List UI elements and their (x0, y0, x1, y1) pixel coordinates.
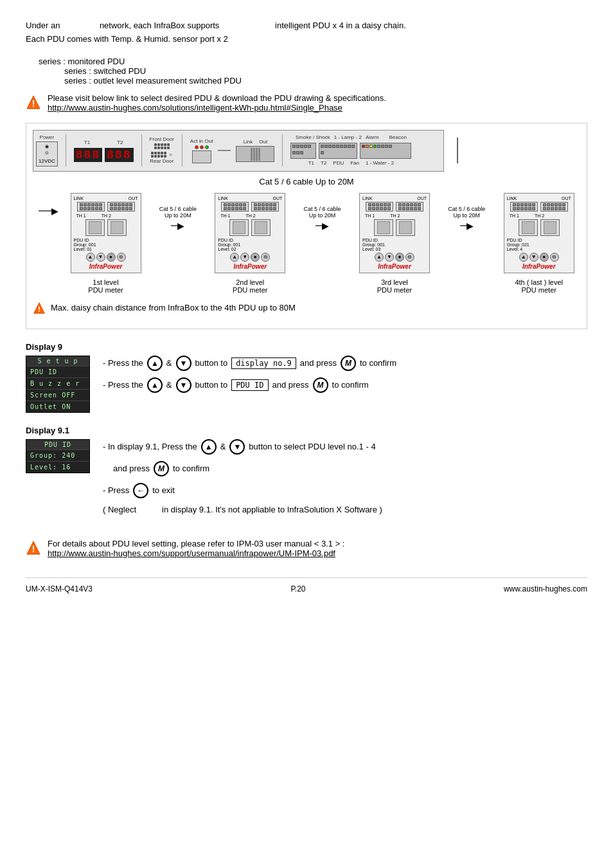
display9-item-outleton: Outlet ON (26, 401, 89, 412)
pdu-box-4: LINK OUT (504, 193, 574, 273)
instr91-3-prefix: - Press (103, 485, 129, 495)
instr91-2-btn-m: M (154, 461, 169, 476)
series2: series : switched PDU (64, 66, 587, 76)
warning-link-2[interactable]: http://www.austin-hughes.com/support/use… (48, 548, 335, 558)
warning-block-2: ! For details about PDU level setting, p… (26, 532, 587, 558)
instr2-end: to confirm (332, 380, 369, 390)
pdu-info-4: PDU ID Group: 021 Level: 4 (507, 238, 571, 251)
pdu-connectors-1 (74, 202, 138, 212)
header-line1: Under an network, each InfraBox supports… (26, 19, 587, 33)
warning-icon-2: ! (26, 540, 41, 556)
footer-center: P.20 (290, 584, 305, 593)
display9-item-screenoff: Screen OFF (26, 389, 89, 401)
panel-power: Power ◉ ⊙ 12VDC (36, 134, 58, 167)
pdu-caption-1: 1st level PDU meter (88, 278, 123, 294)
instr1-prefix: - Press the (103, 358, 143, 368)
neglect-text: ( Neglect (103, 505, 136, 514)
instr2-btn-down: ▼ (176, 377, 191, 393)
instr1-amp: & (166, 358, 172, 368)
instruction-row-1: - Press the ▲ & ▼ button to display no.9… (103, 356, 587, 371)
instr91-2-suffix: to confirm (173, 464, 209, 473)
pdu-row: ▶ LINK OUT (33, 193, 580, 294)
display91-item-group: Group: 240 (26, 449, 89, 461)
pdu-info-1: PDU ID Group: 001 Level: 01 (74, 238, 138, 251)
display91-item-pduid: PDU ID (26, 440, 89, 449)
panel-act: Act In Out (190, 138, 213, 163)
display9-title: Display 9 (26, 342, 587, 352)
display91-panel: PDU ID Group: 240 Level: 16 (26, 439, 90, 473)
pdu-top-1: LINK OUT (74, 196, 138, 201)
pdu-sensors-4 (507, 219, 571, 236)
instruction91-row-1: - In display 9.1, Press the ▲ & ▼ button… (103, 439, 587, 455)
display91-title: Display 9.1 (26, 426, 587, 435)
pdu-sensors-2 (218, 219, 282, 236)
pdu-caption-3: 3rd level PDU meter (377, 278, 412, 294)
instr2-box: PDU ID (231, 379, 268, 391)
pdu-buttons-3: ▲ ▼ ● ⊖ (362, 253, 427, 262)
display9-setup: S e t u p (26, 356, 89, 366)
pdu-caption-2: 2nd level PDU meter (233, 278, 267, 294)
cable-label: Cat 5 / 6 cable Up to 20M (33, 177, 580, 186)
display9-item-pduid: PDU ID (26, 366, 89, 377)
pdu-buttons-2: ▲ ▼ ● ⊖ (218, 253, 282, 262)
instr2-suffix: and press (272, 380, 309, 390)
pdu-info-2: PDU ID Group: 001 Level: 02 (218, 238, 282, 251)
instruction91-row-2: and press M to confirm (113, 461, 587, 476)
instr2-btn-up: ▲ (147, 377, 163, 393)
pdu-box-3: LINK OUT (359, 193, 430, 273)
header-line2: Each PDU comes with Temp. & Humid. senso… (26, 33, 587, 46)
pdu-top-3: LINK OUT (362, 196, 427, 201)
series3: series : outlet level measurement switch… (64, 76, 587, 86)
instr91-1-middle: button to select PDU level no.1 - 4 (249, 442, 375, 451)
instr2-middle: button to (195, 380, 228, 390)
instr91-3-suffix: to exit (152, 485, 175, 495)
footer-left: UM-X-ISM-Q414V3 (26, 584, 93, 593)
series1: series : monitored PDU (39, 57, 587, 66)
svg-text:!: ! (38, 304, 40, 312)
instr1-btn-up: ▲ (147, 356, 163, 371)
instr91-1-btn-up: ▲ (201, 439, 217, 455)
pdu-info-3: PDU ID Group: 001 Level: 03 (362, 238, 427, 251)
pdu-top-4: LINK OUT (507, 196, 571, 201)
display91-item-level: Level: 16 (26, 461, 89, 473)
instr91-1-btn-down: ▼ (229, 439, 245, 455)
series-list: series : monitored PDU series : switched… (39, 57, 587, 86)
page-content: Under an network, each InfraBox supports… (26, 19, 587, 593)
warning-block-1: ! Please visit below link to select desi… (26, 93, 587, 113)
pdu-unit-4: LINK OUT (504, 193, 574, 294)
pdu-caption-4: 4th ( last ) level PDU meter (515, 278, 563, 294)
instr2-amp: & (166, 380, 172, 390)
instr91-3-btn-back: ← (133, 483, 148, 498)
instr1-btn-m: M (341, 356, 356, 371)
instr1-end: to confirm (360, 358, 396, 368)
footer-right: www.austin-hughes.com (504, 584, 587, 593)
display91-instructions: - In display 9.1, Press the ▲ & ▼ button… (103, 439, 587, 520)
instr1-box: display no.9 (231, 357, 296, 369)
pdu-buttons-1: ▲ ▼ ● ⊖ (74, 253, 138, 262)
instruction91-row-3: - Press ← to exit (103, 483, 587, 498)
diagram-section: Power ◉ ⊙ 12VDC T1 T2 (26, 123, 587, 329)
instruction-row-2: - Press the ▲ & ▼ button to PDU ID and p… (103, 377, 587, 393)
pdu-buttons-4: ▲ ▼ ● ⊖ (507, 253, 571, 262)
pdu-unit-1: LINK OUT (71, 193, 141, 294)
display91-layout: PDU ID Group: 240 Level: 16 - In display… (26, 439, 587, 520)
instr2-btn-m: M (313, 377, 328, 393)
warning-link-1[interactable]: http://www.austin-hughes.com/solutions/i… (48, 103, 342, 113)
warning-text-2: For details about PDU level setting, ple… (48, 539, 344, 558)
pdu-connectors-4 (507, 202, 571, 212)
panel-door: Front Door ○ Rear Door (150, 136, 174, 165)
instr91-1-prefix: - In display 9.1, Press the (103, 442, 197, 451)
t1-display: 888 (74, 148, 102, 162)
instr1-middle: button to (195, 358, 228, 368)
neglect-row: ( Neglect in display 9.1. It's not appli… (103, 505, 587, 514)
display9-panel: S e t u p PDU ID B u z z e r Screen OFF … (26, 356, 90, 413)
display9-section: Display 9 S e t u p PDU ID B u z z e r S… (26, 342, 587, 413)
t2-display: 888 (105, 148, 133, 162)
warning-icon-1: ! (26, 95, 41, 110)
display91-panel-box: PDU ID Group: 240 Level: 16 (26, 439, 90, 473)
svg-text:!: ! (32, 98, 35, 109)
pdu-unit-3: LINK OUT (359, 193, 430, 294)
pdu-sensors-1 (74, 219, 138, 236)
instr1-btn-down: ▼ (176, 356, 191, 371)
instr1-suffix: and press (300, 358, 337, 368)
